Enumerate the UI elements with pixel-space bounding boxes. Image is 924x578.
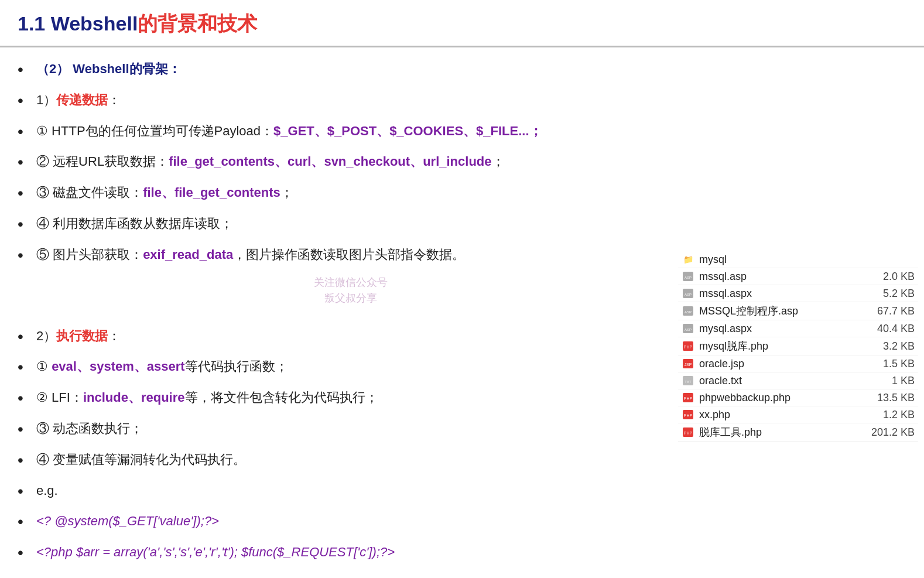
bullet: •	[18, 416, 28, 443]
bullet: •	[18, 324, 28, 350]
list-item: • ③ 动态函数执行；	[18, 418, 661, 443]
svg-text:JSP: JSP	[685, 362, 692, 367]
line-text: ④ 利用数据库函数从数据库读取；	[36, 213, 233, 234]
left-content: • （2） Webshell的骨架： • 1）传递数据： • ① H	[0, 58, 678, 572]
file-row[interactable]: ASPmssql.asp2.0 KB	[678, 268, 918, 285]
text-span: 传递数据	[56, 93, 108, 107]
svg-text:PHP: PHP	[684, 345, 693, 349]
file-row[interactable]: PHPphpwebbackup.php13.5 KB	[678, 389, 918, 406]
file-name: mysql脱库.php	[699, 339, 868, 353]
line-text: ③ 磁盘文件读取：file、file_get_contents；	[36, 182, 293, 203]
line-text: （2） Webshell的骨架：	[36, 58, 181, 80]
watermark-line1: 关注微信公众号	[41, 275, 661, 290]
file-size: 3.2 KB	[868, 340, 915, 353]
list-item: • 2）执行数据：	[18, 325, 661, 350]
jsp-icon: JSP	[682, 357, 694, 370]
list-item: • ③ 磁盘文件读取：file、file_get_contents；	[18, 182, 661, 207]
page-title: 1.1 Webshell的背景和技术	[18, 12, 257, 35]
bullet: •	[18, 509, 28, 535]
file-row[interactable]: ASPMSSQL控制程序.asp67.7 KB	[678, 302, 918, 320]
file-row[interactable]: 📁mysql	[678, 251, 918, 268]
line-text: <? @system($_GET['value']);?>	[36, 510, 219, 532]
line-text: ① eval、system、assert等代码执行函数；	[36, 355, 288, 377]
text-span: 执行数据	[56, 329, 108, 343]
bullet: •	[18, 540, 28, 566]
list-item: • ② 远程URL获取数据：file_get_contents、curl、svn…	[18, 151, 661, 176]
svg-text:PHP: PHP	[684, 396, 693, 401]
line-text: ⑤ 图片头部获取：exif_read_data，图片操作函数读取图片头部指令数据…	[36, 244, 465, 265]
svg-text:PHP: PHP	[684, 431, 693, 435]
page-container: 1.1 Webshell的背景和技术 • （2） Webshell的骨架： • …	[0, 0, 924, 572]
list-item: • e.g.	[18, 480, 661, 505]
list-item: • ⑤ 图片头部获取：exif_read_data，图片操作函数读取图片头部指令…	[18, 244, 661, 269]
asp-icon: ASP	[682, 270, 694, 283]
text-span: include、require	[83, 390, 185, 405]
list-item: • ① HTTP包的任何位置均可传递Payload：$_GET、$_POST、$…	[18, 120, 661, 145]
file-name: oracle.txt	[699, 375, 868, 387]
title-highlight: 的背景和技术	[138, 12, 257, 35]
file-name: MSSQL控制程序.asp	[699, 304, 868, 318]
file-row[interactable]: ASPmysql.aspx40.4 KB	[678, 320, 918, 337]
line-text: e.g.	[36, 480, 58, 501]
file-size: 1 KB	[868, 375, 915, 387]
watermark-line2: 叛父叔分享	[41, 290, 661, 306]
bullet: •	[18, 354, 28, 381]
text-span: eval、system、assert	[52, 359, 184, 374]
bullet: •	[18, 242, 28, 269]
file-row[interactable]: PHPmysql脱库.php3.2 KB	[678, 337, 918, 355]
list-item: • ④ 利用数据库函数从数据库读取；	[18, 213, 661, 238]
file-row[interactable]: PHP脱库工具.php201.2 KB	[678, 423, 918, 442]
file-name: xx.php	[699, 409, 868, 421]
asp-icon: ASP	[682, 305, 694, 317]
right-panel: 📁mysqlASPmssql.asp2.0 KBASPmssql.aspx5.2…	[678, 58, 924, 572]
main-list: • （2） Webshell的骨架： • 1）传递数据： • ① H	[18, 58, 661, 566]
text-span: file、file_get_contents	[143, 185, 280, 200]
line-text: 1）传递数据：	[36, 89, 121, 111]
line-text: ② 远程URL获取数据：file_get_contents、curl、svn_c…	[36, 151, 505, 172]
svg-text:TXT: TXT	[685, 380, 692, 384]
file-size: 67.7 KB	[868, 305, 915, 317]
file-size: 1.5 KB	[868, 358, 915, 370]
txt-icon: TXT	[682, 374, 694, 387]
line-text: <?php $arr = array('a','s','s','e','r','…	[36, 541, 395, 563]
file-panel: 📁mysqlASPmssql.asp2.0 KBASPmssql.aspx5.2…	[678, 251, 918, 442]
title-bar: 1.1 Webshell的背景和技术	[0, 0, 924, 47]
text-span: （2） Webshell的骨架：	[36, 61, 181, 76]
bullet: •	[18, 211, 28, 238]
file-name: mssql.asp	[699, 271, 868, 283]
file-size: 1.2 KB	[868, 409, 915, 421]
file-name: 脱库工具.php	[699, 425, 868, 439]
bullet: •	[18, 447, 28, 474]
php-icon: PHP	[682, 408, 694, 421]
file-size: 40.4 KB	[868, 323, 915, 335]
asp-icon: ASP	[682, 287, 694, 300]
file-name: mssql.aspx	[699, 288, 868, 300]
svg-text:ASP: ASP	[685, 276, 692, 279]
text-span: file_get_contents、curl、svn_checkout、url_…	[169, 154, 491, 169]
svg-text:ASP: ASP	[685, 293, 692, 296]
list-item: • ② LFI：include、require等，将文件包含转化为代码执行；	[18, 387, 661, 412]
file-row[interactable]: ASPmssql.aspx5.2 KB	[678, 285, 918, 302]
file-row[interactable]: PHPxx.php1.2 KB	[678, 406, 918, 423]
file-size: 5.2 KB	[868, 288, 915, 300]
list-item: • （2） Webshell的骨架：	[18, 58, 661, 83]
text-span: $_GET、$_POST、$_COOKIES、$_FILE...；	[273, 124, 542, 138]
title-prefix: 1.1 Webshell	[18, 12, 138, 35]
line-text: ④ 变量赋值等漏洞转化为代码执行。	[36, 449, 246, 470]
line-text: ② LFI：include、require等，将文件包含转化为代码执行；	[36, 387, 378, 408]
php-icon: PHP	[682, 391, 694, 404]
file-size: 201.2 KB	[868, 426, 915, 439]
list-item: • ① eval、system、assert等代码执行函数；	[18, 355, 661, 381]
line-text: ① HTTP包的任何位置均可传递Payload：$_GET、$_POST、$_C…	[36, 120, 542, 142]
php-icon: PHP	[682, 340, 694, 353]
watermark: 关注微信公众号 叛父叔分享	[41, 275, 661, 306]
svg-text:PHP: PHP	[684, 413, 693, 418]
file-row[interactable]: JSPoracle.jsp1.5 KB	[678, 355, 918, 372]
text-span: exif_read_data	[143, 247, 233, 262]
line-text: 2）执行数据：	[36, 325, 121, 347]
file-row[interactable]: TXToracle.txt1 KB	[678, 372, 918, 389]
list-item: • <? @system($_GET['value']);?>	[18, 510, 661, 535]
bullet: •	[18, 57, 28, 83]
bullet: •	[18, 180, 28, 207]
watermark-item: 关注微信公众号 叛父叔分享	[41, 275, 661, 306]
